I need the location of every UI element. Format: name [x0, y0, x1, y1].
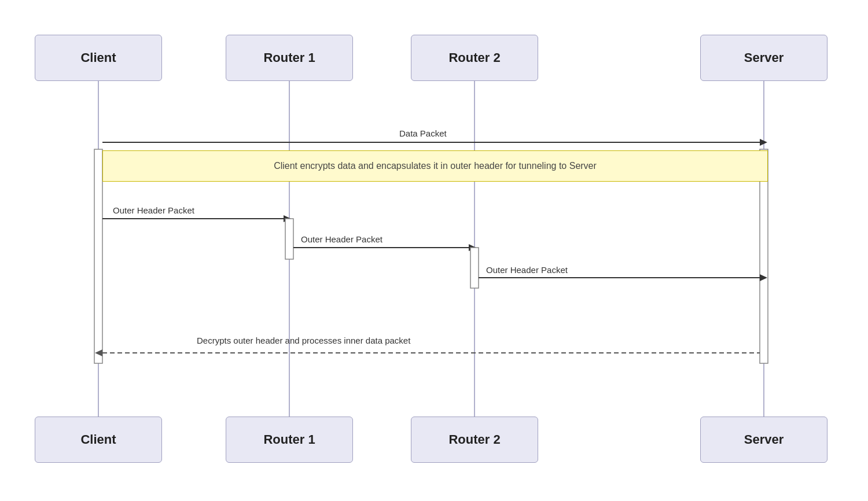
svg-rect-4 — [94, 149, 102, 363]
data-packet-label: Data Packet — [399, 128, 447, 138]
outer-header-1-label: Outer Header Packet — [113, 205, 194, 215]
actor-router1-bottom: Router 1 — [226, 417, 353, 463]
svg-marker-12 — [469, 244, 476, 251]
actor-client-bottom: Client — [35, 417, 162, 463]
svg-marker-9 — [284, 215, 291, 222]
actor-client-top: Client — [35, 35, 162, 81]
outer-header-3-label: Outer Header Packet — [486, 265, 568, 275]
outer-header-2-label: Outer Header Packet — [301, 234, 382, 244]
actor-router2-top: Router 2 — [411, 35, 538, 81]
decrypt-note-label: Decrypts outer header and processes inne… — [197, 336, 410, 345]
svg-marker-17 — [95, 349, 102, 356]
svg-marker-15 — [760, 274, 767, 281]
actor-router1-top: Router 1 — [226, 35, 353, 81]
actor-router2-bottom: Router 2 — [411, 417, 538, 463]
svg-rect-10 — [285, 219, 293, 259]
actor-server-top: Server — [700, 35, 827, 81]
svg-rect-13 — [470, 248, 479, 288]
encrypt-note: Client encrypts data and encapsulates it… — [102, 150, 768, 182]
svg-marker-7 — [760, 139, 767, 146]
sequence-diagram: Client Router 1 Router 2 Server Data Pac… — [0, 0, 868, 501]
actor-server-bottom: Server — [700, 417, 827, 463]
